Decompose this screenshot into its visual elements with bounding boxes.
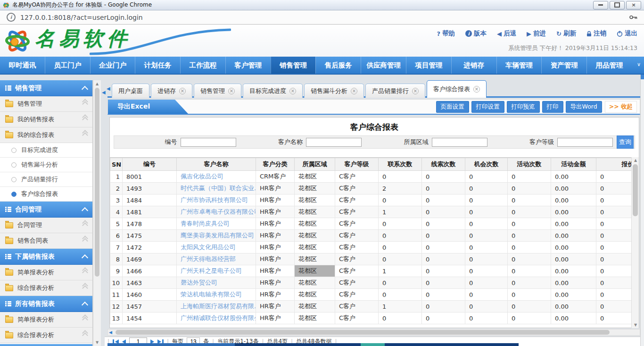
sidebar-folder-item[interactable]: 我的销售报表 — [0, 112, 92, 127]
sidebar-leaf-item[interactable]: 客户综合报表 — [0, 187, 92, 202]
sidebar-folder-item[interactable]: 综合报表分析 — [0, 280, 92, 296]
table-horizontal-scrollbar[interactable]: ◀ — [107, 329, 640, 336]
nav-item-2[interactable]: 员工门户 — [45, 57, 90, 74]
close-button[interactable]: × — [626, 1, 641, 9]
nav-item-14[interactable]: 用品管理 — [586, 57, 632, 74]
scroll-down-icon[interactable]: ▼ — [632, 323, 639, 327]
tab-6[interactable]: 产品销量排行× — [365, 84, 425, 98]
nav-item-13[interactable]: 资产管理 — [541, 57, 586, 74]
column-header[interactable]: 所属区域 — [295, 158, 335, 171]
customer-name-link[interactable]: 广州天得电器经营部 — [177, 253, 256, 265]
column-header[interactable]: 客户等级 — [335, 158, 379, 171]
tab-close-icon[interactable]: × — [473, 86, 480, 93]
sidebar-folder-item[interactable]: 我的综合报表 — [0, 127, 92, 143]
tab-7[interactable]: 客户综合报表× — [427, 80, 487, 98]
column-header[interactable]: 客户分类 — [256, 158, 295, 171]
horizontal-scrollbar-thumb[interactable] — [116, 330, 610, 335]
quick-link-help[interactable]: ?帮助 — [437, 29, 455, 38]
column-header[interactable]: 机会次数 — [465, 158, 508, 171]
nav-item-10[interactable]: 项目管理 — [406, 57, 451, 74]
sidebar-folder-item[interactable]: 简单报表分析 — [0, 265, 92, 280]
column-header[interactable]: 活动次数 — [508, 158, 551, 171]
quick-link-lock[interactable]: 注销 — [586, 29, 606, 38]
customer-name-link[interactable]: 磬达外贸公司 — [177, 277, 256, 289]
filter-input[interactable] — [432, 138, 487, 147]
tab-2[interactable]: 进销存× — [151, 84, 192, 98]
maximize-button[interactable] — [610, 1, 625, 9]
quick-link-info[interactable]: i版本 — [465, 29, 487, 38]
sidebar-leaf-item[interactable]: 目标完成进度 — [0, 143, 92, 158]
nav-item-6[interactable]: 客户管理 — [225, 57, 271, 74]
customer-name-link[interactable]: 上海帕斯医疗器材贸易有限... — [177, 301, 256, 312]
column-header[interactable]: 活动金额 — [551, 158, 596, 171]
filter-input[interactable] — [557, 138, 613, 147]
toolbar-button-2[interactable]: 打印设置 — [471, 101, 504, 113]
sidebar-folder-item[interactable]: 销售管理 — [0, 96, 92, 112]
scroll-down-icon[interactable]: ▼ — [93, 340, 101, 345]
tab-3[interactable]: 销售管理× — [194, 84, 241, 98]
column-header[interactable]: 联系次数 — [379, 158, 422, 171]
customer-name-link[interactable]: 广州市卓粤电子仪器有限公司 — [177, 206, 256, 218]
quick-link-back[interactable]: ◀后退 — [497, 29, 516, 38]
nav-item-3[interactable]: 企业门户 — [90, 57, 135, 74]
tab-close-icon[interactable]: × — [351, 88, 357, 94]
nav-item-5[interactable]: 工作流程 — [180, 57, 225, 74]
search-button[interactable]: 查询 — [617, 135, 634, 149]
table-vertical-scrollbar[interactable]: ▲ ▼ — [631, 157, 639, 328]
filter-input[interactable] — [306, 138, 362, 147]
quick-link-forward[interactable]: ▶前进 — [527, 29, 546, 38]
sidebar-scrollbar-thumb[interactable] — [95, 88, 99, 277]
page-info-icon[interactable]: i — [7, 13, 16, 22]
tab-close-icon[interactable]: × — [412, 88, 419, 94]
sidebar-section-header[interactable]: 合同管理 — [0, 202, 92, 218]
sidebar-leaf-item[interactable]: 销售漏斗分析 — [0, 158, 92, 172]
nav-item-4[interactable]: 计划任务 — [135, 57, 180, 74]
customer-name-link[interactable]: 广州天科之星电子公司 — [177, 265, 256, 277]
sidebar-leaf-item[interactable]: 产品销量排行 — [0, 172, 92, 187]
nav-item-9[interactable]: 供应商管理 — [361, 57, 406, 74]
sidebar-scrollbar[interactable]: ▲ ▼ — [93, 80, 101, 346]
minimize-button[interactable] — [593, 1, 608, 9]
toolbar-button-1[interactable]: 页面设置 — [436, 101, 469, 113]
tab-5[interactable]: 销售漏斗分析× — [304, 84, 364, 98]
filter-input[interactable] — [181, 138, 236, 147]
nav-item-8[interactable]: 售后服务 — [315, 57, 361, 74]
sidebar-section-header[interactable]: 下属销售报表 — [0, 249, 92, 265]
column-header[interactable]: 编号 — [123, 158, 177, 171]
sidebar-folder-item[interactable]: 简单报表分析 — [0, 312, 92, 328]
customer-name-link[interactable]: 广州精诚联合仪材股份有限公司 — [177, 312, 256, 324]
nav-item-1[interactable]: 即时通讯 — [0, 57, 45, 74]
tab-close-icon[interactable]: × — [179, 88, 186, 94]
tab-close-icon[interactable]: × — [289, 88, 296, 94]
toolbar-button-4[interactable]: 打印 — [542, 101, 563, 113]
collapse-button[interactable]: >> 收起 — [605, 101, 637, 113]
tab-1[interactable]: 用户桌面 — [112, 84, 149, 98]
column-header[interactable]: SN — [110, 158, 123, 171]
nav-chevron-down-icon[interactable]: ∨ — [637, 61, 641, 68]
sidebar-folder-item[interactable]: 合同管理 — [0, 218, 92, 233]
column-header[interactable]: 报价次数 — [596, 158, 632, 171]
customer-name-link[interactable]: 佩吉化妆品公司 — [177, 171, 256, 183]
customer-name-link[interactable]: 青春时尚皮具公司 — [177, 218, 256, 230]
quick-link-power[interactable]: 退出 — [617, 29, 637, 38]
toolbar-button-5[interactable]: 导出Word — [566, 101, 602, 113]
sidebar-section-header[interactable]: 销售管理 — [0, 80, 92, 96]
customer-name-link[interactable]: 时代共赢（中国）联合实业... — [177, 183, 256, 194]
customer-name-link[interactable]: 广州市协讯科技有限公司 — [177, 194, 256, 206]
nav-item-7[interactable]: 销售管理 — [271, 57, 316, 74]
tab-4[interactable]: 目标完成进度× — [243, 84, 303, 98]
key-icon[interactable] — [629, 13, 637, 22]
toolbar-button-3[interactable]: 打印预览 — [507, 101, 540, 113]
column-header[interactable]: 客户名称 — [177, 158, 256, 171]
nav-item-11[interactable]: 进销存 — [451, 57, 496, 74]
tab-close-icon[interactable]: × — [228, 88, 235, 94]
nav-item-12[interactable]: 车辆管理 — [496, 57, 542, 74]
vertical-scrollbar-thumb[interactable] — [633, 164, 638, 216]
customer-name-link[interactable]: 太阳风文化用品公司 — [177, 242, 256, 253]
sidebar-section-header[interactable]: 所有销售报表 — [0, 296, 92, 312]
quick-link-refresh[interactable]: ↻刷新 — [556, 29, 576, 38]
customer-name-link[interactable]: 荣达机电轴承有限公司 — [177, 289, 256, 301]
export-excel-button[interactable]: 导出Excel — [108, 100, 189, 114]
tab-scroll-left-icon[interactable]: ◀ — [107, 86, 110, 91]
scroll-up-icon[interactable]: ▲ — [632, 158, 639, 162]
